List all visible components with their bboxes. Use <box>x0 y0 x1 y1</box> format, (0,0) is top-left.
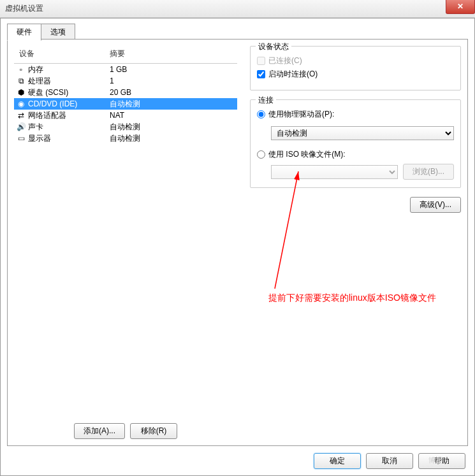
device-status-group: 设备状态 已连接(C) 启动时连接(O) <box>250 46 461 90</box>
hardware-list: 设备 摘要 ▫内存 1 GB ⧉处理器 1 ⬢硬盘 (SCSI) 20 GB <box>14 46 237 439</box>
physical-radio[interactable] <box>257 110 265 119</box>
header-device[interactable]: 设备 <box>14 48 110 59</box>
hw-row-disk[interactable]: ⬢硬盘 (SCSI) 20 GB <box>14 87 237 98</box>
tab-strip: 硬件 选项 <box>7 24 474 41</box>
cpu-icon: ⧉ <box>17 76 26 85</box>
connected-checkbox <box>257 57 265 65</box>
hw-row-cddvd[interactable]: ◉CD/DVD (IDE) 自动检测 <box>14 98 237 110</box>
iso-path-combo <box>271 165 398 179</box>
physical-label[interactable]: 使用物理驱动器(P): <box>268 109 334 120</box>
hardware-list-header: 设备 摘要 <box>14 46 237 64</box>
hw-row-display[interactable]: ▭显示器 自动检测 <box>14 133 237 144</box>
connect-poweron-label[interactable]: 启动时连接(O) <box>268 69 318 80</box>
connect-poweron-checkbox[interactable] <box>257 70 265 78</box>
memory-icon: ▫ <box>17 65 26 74</box>
tab-options[interactable]: 选项 <box>41 24 75 41</box>
device-status-title: 设备状态 <box>256 41 291 52</box>
cd-icon: ◉ <box>17 99 26 108</box>
dialog-body: 硬件 选项 设备 摘要 ▫内存 1 GB ⧉处理器 1 <box>0 18 475 476</box>
ok-button[interactable]: 确定 <box>314 453 361 469</box>
connected-label: 已连接(C) <box>268 55 302 66</box>
tab-panel: 设备 摘要 ▫内存 1 GB ⧉处理器 1 ⬢硬盘 (SCSI) 20 GB <box>7 39 468 446</box>
browse-button: 浏览(B)... <box>403 164 454 180</box>
dialog-footer: 确定 取消 帮助 <box>314 453 465 469</box>
add-button[interactable]: 添加(A)... <box>74 423 125 439</box>
physical-drive-select[interactable]: 自动检测 <box>271 126 454 140</box>
disk-icon: ⬢ <box>17 88 26 97</box>
cancel-button[interactable]: 取消 <box>366 453 413 469</box>
network-icon: ⇄ <box>17 111 26 120</box>
connection-title: 连接 <box>256 95 276 106</box>
connection-group: 连接 使用物理驱动器(P): 自动检测 使用 ISO 映像文件(M): <box>250 99 461 188</box>
device-settings: 设备状态 已连接(C) 启动时连接(O) 连接 使用物理驱动器(P): <box>250 46 461 439</box>
hw-row-memory[interactable]: ▫内存 1 GB <box>14 64 237 75</box>
hw-row-cpu[interactable]: ⧉处理器 1 <box>14 75 237 87</box>
window-title: 虚拟机设置 <box>5 3 43 14</box>
header-summary[interactable]: 摘要 <box>110 48 125 59</box>
remove-button[interactable]: 移除(R) <box>130 423 177 439</box>
iso-label[interactable]: 使用 ISO 映像文件(M): <box>268 149 346 160</box>
annotation-text: 提前下好需要安装的linux版本ISO镜像文件 <box>268 292 436 304</box>
advanced-button[interactable]: 高级(V)... <box>410 197 461 213</box>
title-bar: 虚拟机设置 ✕ <box>0 0 475 18</box>
iso-radio[interactable] <box>257 150 265 159</box>
close-button[interactable]: ✕ <box>446 0 475 14</box>
display-icon: ▭ <box>17 134 26 143</box>
watermark: 博客 <box>428 456 442 465</box>
sound-icon: 🔊 <box>17 122 26 131</box>
hw-row-sound[interactable]: 🔊声卡 自动检测 <box>14 121 237 133</box>
tab-hardware[interactable]: 硬件 <box>7 24 41 41</box>
hw-row-network[interactable]: ⇄网络适配器 NAT <box>14 110 237 121</box>
